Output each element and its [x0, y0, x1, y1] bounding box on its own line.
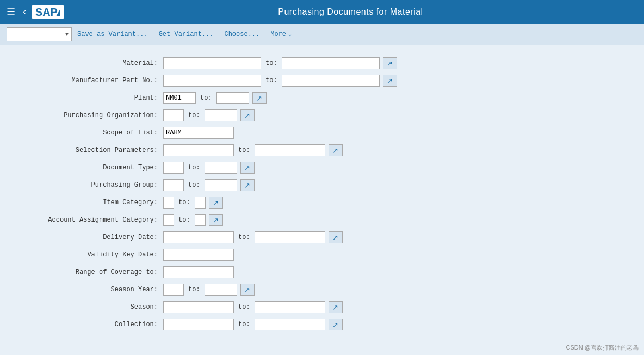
- manufacturer-part-to-input[interactable]: [282, 75, 380, 87]
- collection-label: Collection:: [22, 321, 163, 328]
- delivery-date-to-input[interactable]: [255, 231, 325, 243]
- account-assignment-to-label: to:: [174, 216, 195, 224]
- selection-params-row: Selection Parameters: to: ↗: [22, 143, 622, 157]
- range-of-coverage-row: Range of Coverage to:: [22, 265, 622, 279]
- scope-of-list-row: Scope of List:: [22, 126, 622, 140]
- purchasing-group-label: Purchasing Group:: [22, 181, 163, 189]
- variant-select[interactable]: [7, 27, 72, 41]
- item-category-row: Item Category: to: ↗: [22, 195, 622, 210]
- material-label: Material:: [22, 59, 163, 67]
- purchasing-org-to-input[interactable]: [205, 109, 237, 121]
- hamburger-icon[interactable]: ☰: [7, 6, 15, 18]
- plant-from-input[interactable]: [163, 92, 196, 104]
- season-label: Season:: [22, 303, 163, 311]
- top-bar: ☰ ‹ SAP Purchasing Documents for Materia…: [0, 0, 644, 24]
- purchasing-org-label: Purchasing Organization:: [22, 112, 163, 119]
- plant-row: Plant: to: ↗: [22, 91, 622, 105]
- scope-of-list-label: Scope of List:: [22, 129, 163, 137]
- account-assignment-to-input[interactable]: [195, 214, 206, 226]
- material-to-input[interactable]: [282, 57, 380, 69]
- account-assignment-label: Account Assignment Category:: [22, 216, 163, 224]
- delivery-date-label: Delivery Date:: [22, 234, 163, 241]
- purchasing-group-from-input[interactable]: [163, 179, 184, 191]
- get-variant-button[interactable]: Get Variant...: [153, 29, 219, 40]
- purchasing-group-row: Purchasing Group: to: ↗: [22, 178, 622, 192]
- document-type-label: Document Type:: [22, 164, 163, 172]
- item-category-label: Item Category:: [22, 199, 163, 206]
- document-type-row: Document Type: to: ↗: [22, 161, 622, 175]
- scope-of-list-input[interactable]: [163, 127, 234, 139]
- collection-from-input[interactable]: [163, 319, 234, 330]
- collection-nav-button[interactable]: ↗: [329, 319, 343, 330]
- document-type-to-label: to:: [184, 164, 205, 172]
- purchasing-group-to-input[interactable]: [205, 179, 237, 191]
- plant-to-input[interactable]: [216, 92, 249, 104]
- season-to-label: to:: [234, 303, 255, 311]
- page-title: Purchasing Documents for Material: [64, 7, 637, 17]
- season-row: Season: to: ↗: [22, 300, 622, 314]
- season-year-label: Season Year:: [22, 286, 163, 293]
- document-type-from-input[interactable]: [163, 162, 184, 174]
- delivery-date-from-input[interactable]: [163, 231, 234, 243]
- collection-to-label: to:: [234, 321, 255, 328]
- more-label: More: [270, 30, 286, 38]
- plant-to-label: to:: [196, 94, 216, 102]
- account-assignment-row: Account Assignment Category: to: ↗: [22, 213, 622, 227]
- plant-label: Plant:: [22, 94, 163, 102]
- item-category-to-label: to:: [174, 199, 195, 206]
- purchasing-org-from-input[interactable]: [163, 109, 184, 121]
- item-category-from-input[interactable]: [163, 197, 174, 209]
- manufacturer-part-label: Manufacturer Part No.:: [22, 77, 163, 84]
- season-year-row: Season Year: to: ↗: [22, 283, 622, 297]
- collection-to-input[interactable]: [255, 319, 325, 330]
- validity-key-date-label: Validity Key Date:: [22, 251, 163, 259]
- toolbar: ▼ Save as Variant... Get Variant... Choo…: [0, 24, 644, 45]
- account-assignment-nav-button[interactable]: ↗: [209, 214, 223, 226]
- variant-select-wrapper[interactable]: ▼: [7, 27, 72, 41]
- purchasing-org-to-label: to:: [184, 112, 205, 119]
- collection-row: Collection: to: ↗: [22, 317, 622, 332]
- season-year-nav-button[interactable]: ↗: [240, 284, 255, 296]
- range-of-coverage-label: Range of Coverage to:: [22, 268, 163, 276]
- manufacturer-part-from-input[interactable]: [163, 75, 261, 87]
- choose-button[interactable]: Choose...: [219, 29, 265, 40]
- selection-params-from-input[interactable]: [163, 144, 234, 156]
- more-chevron-icon: ⌄: [288, 31, 292, 38]
- material-nav-button[interactable]: ↗: [383, 57, 397, 69]
- purchasing-group-to-label: to:: [184, 181, 205, 189]
- manufacturer-part-nav-button[interactable]: ↗: [383, 75, 397, 87]
- save-variant-button[interactable]: Save as Variant...: [72, 29, 153, 40]
- season-to-input[interactable]: [255, 301, 325, 313]
- purchasing-org-row: Purchasing Organization: to: ↗: [22, 108, 622, 123]
- purchasing-group-nav-button[interactable]: ↗: [240, 179, 255, 191]
- delivery-date-nav-button[interactable]: ↗: [329, 231, 343, 243]
- season-year-to-label: to:: [184, 286, 205, 293]
- material-from-input[interactable]: [163, 57, 261, 69]
- form-area: Material: to: ↗ Manufacturer Part No.: t…: [0, 45, 644, 346]
- purchasing-org-nav-button[interactable]: ↗: [240, 109, 255, 121]
- season-from-input[interactable]: [163, 301, 234, 313]
- validity-key-date-input[interactable]: [163, 249, 234, 261]
- selection-params-nav-button[interactable]: ↗: [329, 144, 343, 156]
- plant-nav-button[interactable]: ↗: [252, 92, 267, 104]
- season-nav-button[interactable]: ↗: [329, 301, 343, 313]
- delivery-date-to-label: to:: [234, 234, 255, 241]
- account-assignment-from-input[interactable]: [163, 214, 174, 226]
- item-category-to-input[interactable]: [195, 197, 206, 209]
- season-year-from-input[interactable]: [163, 284, 184, 296]
- item-category-nav-button[interactable]: ↗: [209, 197, 223, 209]
- document-type-to-input[interactable]: [205, 162, 237, 174]
- sap-triangle-icon: [56, 9, 60, 16]
- document-type-nav-button[interactable]: ↗: [240, 162, 255, 174]
- material-row: Material: to: ↗: [22, 56, 622, 70]
- validity-key-date-row: Validity Key Date:: [22, 248, 622, 262]
- selection-params-to-label: to:: [234, 146, 255, 154]
- selection-params-label: Selection Parameters:: [22, 146, 163, 154]
- range-of-coverage-input[interactable]: [163, 266, 234, 278]
- selection-params-to-input[interactable]: [255, 144, 325, 156]
- more-button[interactable]: More ⌄: [265, 29, 297, 40]
- manufacturer-part-row: Manufacturer Part No.: to: ↗: [22, 74, 622, 88]
- sap-logo: SAP: [32, 5, 64, 19]
- season-year-to-input[interactable]: [205, 284, 237, 296]
- back-icon[interactable]: ‹: [22, 7, 28, 17]
